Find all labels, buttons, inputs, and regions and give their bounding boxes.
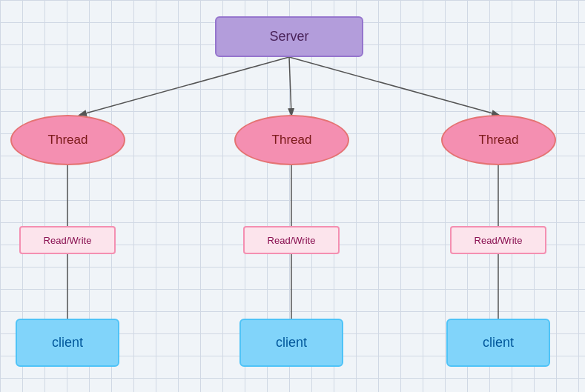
server-label: Server: [269, 29, 308, 44]
svg-line-3: [289, 57, 498, 115]
thread-label-left: Thread: [48, 133, 88, 147]
svg-line-1: [80, 57, 289, 115]
rw-box-right: Read/Write: [450, 226, 546, 254]
rw-label-left: Read/Write: [44, 235, 92, 246]
thread-ellipse-right: Thread: [441, 115, 556, 165]
rw-box-left: Read/Write: [19, 226, 116, 254]
thread-label-center: Thread: [272, 133, 312, 147]
diagram-container: Server Thread Thread Thread Read/Write R…: [0, 0, 585, 392]
rw-label-center: Read/Write: [268, 235, 316, 246]
client-box-left: client: [16, 319, 119, 367]
svg-line-2: [289, 57, 291, 115]
rw-label-right: Read/Write: [475, 235, 523, 246]
client-label-center: client: [276, 335, 307, 351]
client-box-right: client: [446, 319, 550, 367]
rw-box-center: Read/Write: [243, 226, 340, 254]
client-box-center: client: [239, 319, 343, 367]
thread-label-right: Thread: [479, 133, 519, 147]
client-label-right: client: [483, 335, 514, 351]
thread-ellipse-center: Thread: [234, 115, 349, 165]
client-label-left: client: [52, 335, 83, 351]
thread-ellipse-left: Thread: [10, 115, 125, 165]
server-box: Server: [215, 16, 363, 57]
